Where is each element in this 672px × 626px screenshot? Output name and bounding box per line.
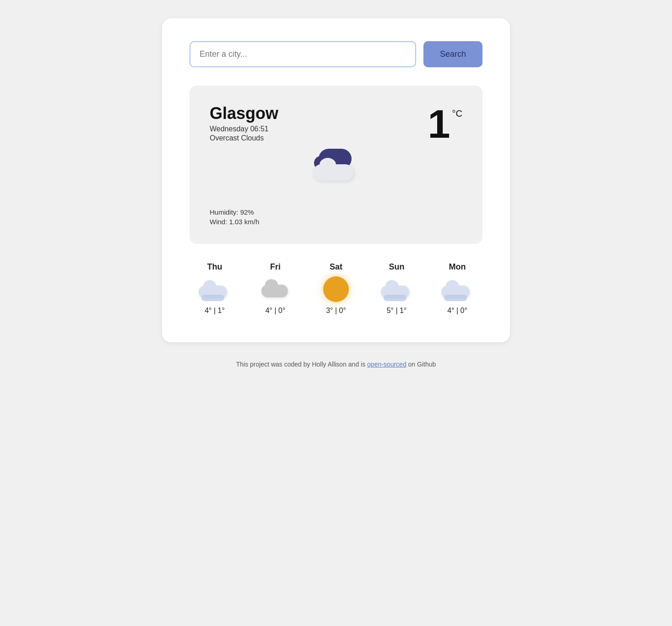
forecast-icon-fri bbox=[260, 277, 292, 301]
forecast-temps-mon: 4° | 0° bbox=[447, 307, 467, 315]
search-button[interactable]: Search bbox=[423, 41, 482, 67]
wind: Wind: 1.03 km/h bbox=[210, 218, 462, 226]
forecast-day-mon: Mon 4° | 0° bbox=[441, 262, 473, 315]
forecast-label-thu: Thu bbox=[207, 262, 222, 272]
sun-icon bbox=[323, 276, 349, 302]
humidity: Humidity: 92% bbox=[210, 208, 462, 216]
forecast-temps-thu: 4° | 1° bbox=[205, 307, 225, 315]
forecast-temps-sun: 5° | 1° bbox=[387, 307, 407, 315]
forecast-label-sun: Sun bbox=[389, 262, 405, 272]
forecast-day-sun: Sun 5° | 1° bbox=[381, 262, 413, 315]
footer-link[interactable]: open-sourced bbox=[367, 361, 406, 368]
forecast-icon-thu bbox=[199, 277, 231, 301]
search-row: Search bbox=[190, 41, 482, 67]
footer: This project was coded by Holly Allison … bbox=[236, 361, 436, 368]
forecast-day-thu: Thu 4° | 1° bbox=[199, 262, 231, 315]
forecast-label-fri: Fri bbox=[270, 262, 281, 272]
temperature-unit: °C bbox=[452, 108, 462, 119]
forecast-temps-fri: 4° | 0° bbox=[266, 307, 286, 315]
temperature-value: 1 bbox=[428, 104, 450, 144]
date-time: Wednesday 06:51 bbox=[210, 125, 462, 133]
forecast-temps-sat: 3° | 0° bbox=[326, 307, 346, 315]
forecast-icon-sun bbox=[381, 277, 413, 301]
forecast-label-mon: Mon bbox=[449, 262, 466, 272]
current-weather-icon bbox=[313, 149, 359, 181]
footer-text-before: This project was coded by Holly Allison … bbox=[236, 361, 367, 368]
footer-text-after: on Github bbox=[406, 361, 436, 368]
city-name: Glasgow bbox=[210, 104, 462, 123]
forecast-day-sat: Sat 3° | 0° bbox=[320, 262, 352, 315]
forecast-row: Thu 4° | 1° Fri 4° | 0° Sat bbox=[190, 262, 482, 315]
forecast-icon-sat bbox=[320, 277, 352, 301]
search-input[interactable] bbox=[190, 41, 416, 67]
app-container: Search Glasgow Wednesday 06:51 Overcast … bbox=[162, 18, 510, 342]
forecast-icon-mon bbox=[441, 277, 473, 301]
temperature-area: 1 °C bbox=[428, 104, 462, 144]
weather-condition: Overcast Clouds bbox=[210, 134, 462, 142]
forecast-label-sat: Sat bbox=[330, 262, 342, 272]
forecast-day-fri: Fri 4° | 0° bbox=[260, 262, 292, 315]
weather-card: Glasgow Wednesday 06:51 Overcast Clouds … bbox=[190, 86, 482, 244]
